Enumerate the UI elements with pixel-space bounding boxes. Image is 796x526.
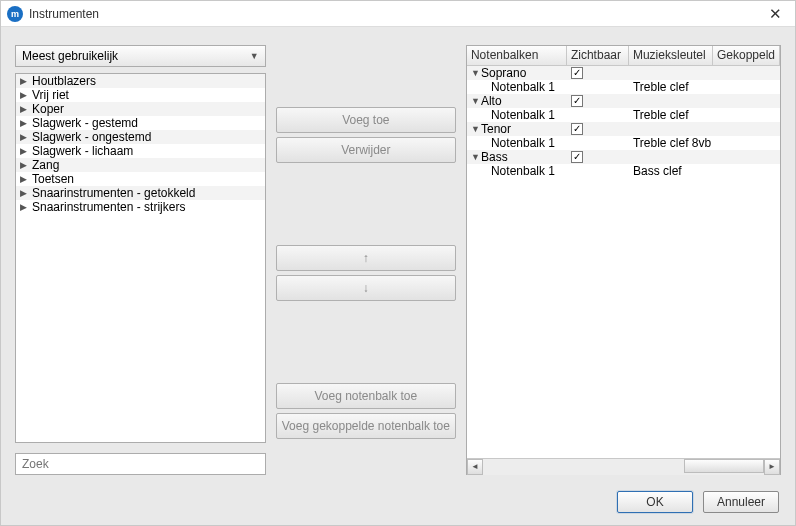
scroll-right-icon[interactable]: ► xyxy=(764,459,780,475)
category-item[interactable]: ▶Zang xyxy=(16,158,265,172)
horizontal-scrollbar[interactable]: ◄ ► xyxy=(467,458,780,474)
voice-name: Bass xyxy=(481,150,508,164)
col-linked[interactable]: Gekoppeld xyxy=(713,46,780,65)
ok-button[interactable]: OK xyxy=(617,491,693,513)
caret-right-icon: ▶ xyxy=(20,90,32,100)
table-row[interactable]: Notenbalk 1Treble clef 8vb xyxy=(467,136,780,150)
voice-name: Tenor xyxy=(481,122,511,136)
caret-down-icon: ▼ xyxy=(471,124,481,134)
add-button[interactable]: Voeg toe xyxy=(276,107,456,133)
visible-checkbox[interactable]: ✓ xyxy=(571,67,583,79)
app-icon: m xyxy=(7,6,23,22)
category-item[interactable]: ▶Slagwerk - ongestemd xyxy=(16,130,265,144)
table-row[interactable]: ▼Tenor✓ xyxy=(467,122,780,136)
category-filter-value: Meest gebruikelijk xyxy=(22,49,118,63)
category-label: Koper xyxy=(32,102,64,116)
instrument-category-tree[interactable]: ▶Houtblazers▶Vrij riet▶Koper▶Slagwerk - … xyxy=(15,73,266,443)
category-item[interactable]: ▶Koper xyxy=(16,102,265,116)
window-title: Instrumenten xyxy=(29,7,761,21)
right-column: Notenbalken Zichtbaar Muzieksleutel Geko… xyxy=(466,45,781,475)
table-body[interactable]: ▼Soprano✓Notenbalk 1Treble clef▼Alto✓Not… xyxy=(467,66,780,458)
staves-table: Notenbalken Zichtbaar Muzieksleutel Geko… xyxy=(466,45,781,475)
clef-value: Treble clef xyxy=(633,80,689,94)
category-label: Snaarinstrumenten - strijkers xyxy=(32,200,185,214)
table-row[interactable]: Notenbalk 1Bass clef xyxy=(467,164,780,178)
staff-name: Notenbalk 1 xyxy=(491,136,555,150)
chevron-down-icon: ▼ xyxy=(250,51,259,61)
category-filter-combo[interactable]: Meest gebruikelijk ▼ xyxy=(15,45,266,67)
col-clef[interactable]: Muzieksleutel xyxy=(629,46,713,65)
clef-value: Bass clef xyxy=(633,164,682,178)
visible-checkbox[interactable]: ✓ xyxy=(571,95,583,107)
remove-button[interactable]: Verwijder xyxy=(276,137,456,163)
voice-name: Alto xyxy=(481,94,502,108)
category-label: Zang xyxy=(32,158,59,172)
category-label: Slagwerk - gestemd xyxy=(32,116,138,130)
table-row[interactable]: ▼Alto✓ xyxy=(467,94,780,108)
clef-value: Treble clef 8vb xyxy=(633,136,711,150)
scroll-thumb[interactable] xyxy=(684,459,764,473)
staff-name: Notenbalk 1 xyxy=(491,108,555,122)
category-item[interactable]: ▶Snaarinstrumenten - strijkers xyxy=(16,200,265,214)
category-label: Houtblazers xyxy=(32,74,96,88)
scroll-track[interactable] xyxy=(483,459,764,475)
category-item[interactable]: ▶Snaarinstrumenten - getokkeld xyxy=(16,186,265,200)
caret-right-icon: ▶ xyxy=(20,118,32,128)
dialog-content: Meest gebruikelijk ▼ ▶Houtblazers▶Vrij r… xyxy=(1,27,795,485)
visible-checkbox[interactable]: ✓ xyxy=(571,151,583,163)
caret-down-icon: ▼ xyxy=(471,68,481,78)
table-row[interactable]: Notenbalk 1Treble clef xyxy=(467,108,780,122)
caret-right-icon: ▶ xyxy=(20,76,32,86)
category-label: Vrij riet xyxy=(32,88,69,102)
move-up-button[interactable]: ↑ xyxy=(276,245,456,271)
col-visible[interactable]: Zichtbaar xyxy=(567,46,629,65)
table-row[interactable]: ▼Soprano✓ xyxy=(467,66,780,80)
search-input[interactable] xyxy=(15,453,266,475)
table-row[interactable]: Notenbalk 1Treble clef xyxy=(467,80,780,94)
category-item[interactable]: ▶Slagwerk - gestemd xyxy=(16,116,265,130)
category-item[interactable]: ▶Houtblazers xyxy=(16,74,265,88)
search-container xyxy=(15,453,266,475)
move-down-button[interactable]: ↓ xyxy=(276,275,456,301)
caret-right-icon: ▶ xyxy=(20,132,32,142)
titlebar: m Instrumenten ✕ xyxy=(1,1,795,27)
caret-down-icon: ▼ xyxy=(471,152,481,162)
caret-right-icon: ▶ xyxy=(20,174,32,184)
caret-right-icon: ▶ xyxy=(20,202,32,212)
dialog-footer: OK Annuleer xyxy=(1,485,795,525)
caret-right-icon: ▶ xyxy=(20,104,32,114)
caret-right-icon: ▶ xyxy=(20,160,32,170)
clef-value: Treble clef xyxy=(633,108,689,122)
caret-right-icon: ▶ xyxy=(20,146,32,156)
middle-column: Voeg toe Verwijder ↑ ↓ Voeg notenbalk to… xyxy=(276,45,456,475)
caret-down-icon: ▼ xyxy=(471,96,481,106)
left-column: Meest gebruikelijk ▼ ▶Houtblazers▶Vrij r… xyxy=(15,45,266,475)
visible-checkbox[interactable]: ✓ xyxy=(571,123,583,135)
voice-name: Soprano xyxy=(481,66,526,80)
staff-name: Notenbalk 1 xyxy=(491,80,555,94)
category-label: Toetsen xyxy=(32,172,74,186)
close-icon[interactable]: ✕ xyxy=(761,6,789,22)
category-label: Slagwerk - ongestemd xyxy=(32,130,151,144)
category-item[interactable]: ▶Vrij riet xyxy=(16,88,265,102)
table-row[interactable]: ▼Bass✓ xyxy=(467,150,780,164)
add-staff-button[interactable]: Voeg notenbalk toe xyxy=(276,383,456,409)
scroll-left-icon[interactable]: ◄ xyxy=(467,459,483,475)
category-item[interactable]: ▶Slagwerk - lichaam xyxy=(16,144,265,158)
col-staves[interactable]: Notenbalken xyxy=(467,46,567,65)
add-linked-staff-button[interactable]: Voeg gekoppelde notenbalk toe xyxy=(276,413,456,439)
category-item[interactable]: ▶Toetsen xyxy=(16,172,265,186)
caret-right-icon: ▶ xyxy=(20,188,32,198)
category-label: Slagwerk - lichaam xyxy=(32,144,133,158)
staff-name: Notenbalk 1 xyxy=(491,164,555,178)
table-header: Notenbalken Zichtbaar Muzieksleutel Geko… xyxy=(467,46,780,66)
category-label: Snaarinstrumenten - getokkeld xyxy=(32,186,195,200)
cancel-button[interactable]: Annuleer xyxy=(703,491,779,513)
